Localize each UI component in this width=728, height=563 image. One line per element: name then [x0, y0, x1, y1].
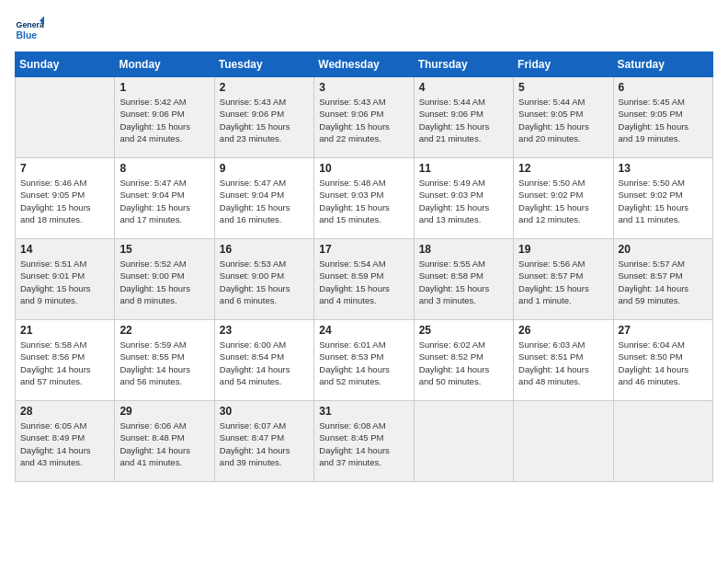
- day-info: Sunrise: 5:50 AM Sunset: 9:02 PM Dayligh…: [619, 177, 708, 225]
- day-number: 5: [518, 81, 608, 94]
- day-info: Sunrise: 5:59 AM Sunset: 8:55 PM Dayligh…: [119, 339, 209, 387]
- calendar-cell: [514, 401, 613, 482]
- calendar-cell: 20Sunrise: 5:57 AM Sunset: 8:57 PM Dayli…: [613, 239, 712, 320]
- day-info: Sunrise: 6:02 AM Sunset: 8:52 PM Dayligh…: [419, 339, 508, 387]
- day-number: 23: [220, 324, 309, 337]
- calendar-week-row: 21Sunrise: 5:58 AM Sunset: 8:56 PM Dayli…: [16, 320, 713, 401]
- day-number: 24: [319, 324, 408, 337]
- day-number: 25: [419, 324, 508, 337]
- logo: General Blue: [15, 15, 44, 44]
- calendar-cell: 27Sunrise: 6:04 AM Sunset: 8:50 PM Dayli…: [613, 320, 712, 401]
- day-number: 4: [419, 81, 508, 94]
- calendar-cell: 25Sunrise: 6:02 AM Sunset: 8:52 PM Dayli…: [414, 320, 513, 401]
- svg-text:General: General: [17, 20, 44, 29]
- day-info: Sunrise: 5:54 AM Sunset: 8:59 PM Dayligh…: [319, 258, 408, 306]
- calendar-week-row: 28Sunrise: 6:05 AM Sunset: 8:49 PM Dayli…: [16, 401, 713, 482]
- day-info: Sunrise: 5:55 AM Sunset: 8:58 PM Dayligh…: [419, 258, 508, 306]
- day-number: 30: [220, 405, 309, 418]
- calendar-cell: [16, 77, 115, 158]
- calendar-cell: 14Sunrise: 5:51 AM Sunset: 9:01 PM Dayli…: [16, 239, 115, 320]
- day-number: 6: [619, 81, 708, 94]
- day-info: Sunrise: 5:58 AM Sunset: 8:56 PM Dayligh…: [20, 339, 109, 387]
- day-info: Sunrise: 5:43 AM Sunset: 9:06 PM Dayligh…: [319, 96, 408, 144]
- day-info: Sunrise: 6:04 AM Sunset: 8:50 PM Dayligh…: [619, 339, 708, 387]
- calendar-cell: 23Sunrise: 6:00 AM Sunset: 8:54 PM Dayli…: [214, 320, 313, 401]
- calendar-table: SundayMondayTuesdayWednesdayThursdayFrid…: [15, 52, 713, 482]
- day-number: 29: [119, 405, 209, 418]
- calendar-cell: 18Sunrise: 5:55 AM Sunset: 8:58 PM Dayli…: [414, 239, 513, 320]
- day-number: 2: [220, 81, 309, 94]
- day-info: Sunrise: 5:45 AM Sunset: 9:05 PM Dayligh…: [619, 96, 708, 144]
- day-number: 14: [20, 243, 109, 256]
- day-number: 16: [220, 243, 309, 256]
- calendar-cell: 2Sunrise: 5:43 AM Sunset: 9:06 PM Daylig…: [214, 77, 313, 158]
- day-info: Sunrise: 6:00 AM Sunset: 8:54 PM Dayligh…: [220, 339, 309, 387]
- day-info: Sunrise: 6:06 AM Sunset: 8:48 PM Dayligh…: [119, 419, 209, 468]
- column-header-thursday: Thursday: [414, 52, 513, 77]
- day-info: Sunrise: 5:52 AM Sunset: 9:00 PM Dayligh…: [119, 258, 209, 306]
- day-info: Sunrise: 6:03 AM Sunset: 8:51 PM Dayligh…: [518, 339, 608, 387]
- day-number: 28: [20, 405, 109, 418]
- day-info: Sunrise: 5:53 AM Sunset: 9:00 PM Dayligh…: [220, 258, 309, 306]
- calendar-cell: 28Sunrise: 6:05 AM Sunset: 8:49 PM Dayli…: [16, 401, 115, 482]
- day-info: Sunrise: 5:56 AM Sunset: 8:57 PM Dayligh…: [518, 258, 608, 306]
- calendar-cell: 3Sunrise: 5:43 AM Sunset: 9:06 PM Daylig…: [314, 77, 414, 158]
- svg-text:Blue: Blue: [17, 30, 38, 40]
- calendar-cell: 30Sunrise: 6:07 AM Sunset: 8:47 PM Dayli…: [214, 401, 313, 482]
- calendar-cell: 19Sunrise: 5:56 AM Sunset: 8:57 PM Dayli…: [514, 239, 613, 320]
- day-info: Sunrise: 5:48 AM Sunset: 9:03 PM Dayligh…: [319, 177, 408, 225]
- day-number: 3: [319, 81, 408, 94]
- day-info: Sunrise: 5:44 AM Sunset: 9:05 PM Dayligh…: [518, 96, 608, 144]
- column-header-friday: Friday: [514, 52, 613, 77]
- day-number: 10: [319, 162, 408, 175]
- calendar-cell: 13Sunrise: 5:50 AM Sunset: 9:02 PM Dayli…: [613, 158, 712, 239]
- day-number: 15: [119, 243, 209, 256]
- day-info: Sunrise: 5:47 AM Sunset: 9:04 PM Dayligh…: [119, 177, 209, 225]
- calendar-cell: 6Sunrise: 5:45 AM Sunset: 9:05 PM Daylig…: [613, 77, 712, 158]
- calendar-cell: 24Sunrise: 6:01 AM Sunset: 8:53 PM Dayli…: [314, 320, 414, 401]
- day-number: 17: [319, 243, 408, 256]
- calendar-week-row: 14Sunrise: 5:51 AM Sunset: 9:01 PM Dayli…: [16, 239, 713, 320]
- calendar-cell: [414, 401, 513, 482]
- calendar-cell: [613, 401, 712, 482]
- calendar-cell: 15Sunrise: 5:52 AM Sunset: 9:00 PM Dayli…: [115, 239, 214, 320]
- calendar-cell: 16Sunrise: 5:53 AM Sunset: 9:00 PM Dayli…: [214, 239, 313, 320]
- day-number: 12: [518, 162, 608, 175]
- calendar-week-row: 7Sunrise: 5:46 AM Sunset: 9:05 PM Daylig…: [16, 158, 713, 239]
- day-number: 31: [319, 405, 408, 418]
- day-number: 11: [419, 162, 508, 175]
- calendar-cell: 22Sunrise: 5:59 AM Sunset: 8:55 PM Dayli…: [115, 320, 214, 401]
- day-info: Sunrise: 5:42 AM Sunset: 9:06 PM Dayligh…: [119, 96, 209, 144]
- calendar-cell: 11Sunrise: 5:49 AM Sunset: 9:03 PM Dayli…: [414, 158, 513, 239]
- day-number: 20: [619, 243, 708, 256]
- calendar-week-row: 1Sunrise: 5:42 AM Sunset: 9:06 PM Daylig…: [16, 77, 713, 158]
- day-number: 26: [518, 324, 608, 337]
- calendar-cell: 4Sunrise: 5:44 AM Sunset: 9:06 PM Daylig…: [414, 77, 513, 158]
- calendar-cell: 8Sunrise: 5:47 AM Sunset: 9:04 PM Daylig…: [115, 158, 214, 239]
- calendar-cell: 12Sunrise: 5:50 AM Sunset: 9:02 PM Dayli…: [514, 158, 613, 239]
- day-info: Sunrise: 6:01 AM Sunset: 8:53 PM Dayligh…: [319, 339, 408, 387]
- header: General Blue: [15, 15, 713, 44]
- calendar-cell: 29Sunrise: 6:06 AM Sunset: 8:48 PM Dayli…: [115, 401, 214, 482]
- calendar-cell: 21Sunrise: 5:58 AM Sunset: 8:56 PM Dayli…: [16, 320, 115, 401]
- calendar-cell: 10Sunrise: 5:48 AM Sunset: 9:03 PM Dayli…: [314, 158, 414, 239]
- day-number: 8: [119, 162, 209, 175]
- day-number: 7: [20, 162, 109, 175]
- day-info: Sunrise: 5:44 AM Sunset: 9:06 PM Dayligh…: [419, 96, 508, 144]
- day-number: 18: [419, 243, 508, 256]
- day-info: Sunrise: 6:07 AM Sunset: 8:47 PM Dayligh…: [220, 419, 309, 468]
- day-info: Sunrise: 5:47 AM Sunset: 9:04 PM Dayligh…: [220, 177, 309, 225]
- calendar-cell: 5Sunrise: 5:44 AM Sunset: 9:05 PM Daylig…: [514, 77, 613, 158]
- calendar-cell: 26Sunrise: 6:03 AM Sunset: 8:51 PM Dayli…: [514, 320, 613, 401]
- column-header-wednesday: Wednesday: [314, 52, 414, 77]
- column-header-monday: Monday: [115, 52, 214, 77]
- column-header-tuesday: Tuesday: [214, 52, 313, 77]
- calendar-cell: 1Sunrise: 5:42 AM Sunset: 9:06 PM Daylig…: [115, 77, 214, 158]
- day-number: 21: [20, 324, 109, 337]
- day-info: Sunrise: 5:49 AM Sunset: 9:03 PM Dayligh…: [419, 177, 508, 225]
- column-header-sunday: Sunday: [16, 52, 115, 77]
- day-info: Sunrise: 6:08 AM Sunset: 8:45 PM Dayligh…: [319, 419, 408, 468]
- calendar-cell: 9Sunrise: 5:47 AM Sunset: 9:04 PM Daylig…: [214, 158, 313, 239]
- logo-icon: General Blue: [15, 15, 44, 44]
- calendar-cell: 31Sunrise: 6:08 AM Sunset: 8:45 PM Dayli…: [314, 401, 414, 482]
